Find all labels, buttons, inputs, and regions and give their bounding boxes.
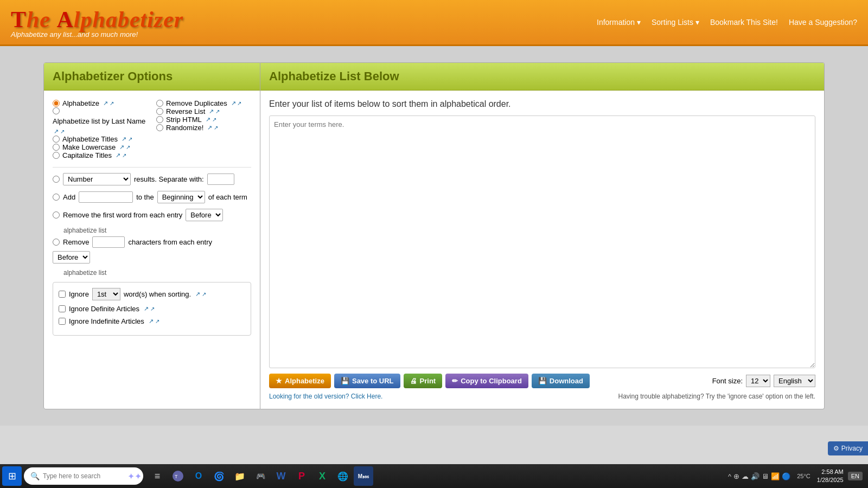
to-the-label: to the [136, 193, 154, 201]
ignore-select[interactable]: 1st 2nd 3rd [92, 288, 120, 300]
number-radio[interactable] [53, 176, 60, 183]
options-col1: Alphabetize ↗ Alphabetize list by Last N… [53, 99, 148, 159]
of-each-label: of each term [208, 193, 247, 201]
action-bar: ★ Alphabetize 💾 Save to URL 🖨 Print ✏ Co… [269, 374, 815, 388]
reverse-link[interactable]: ↗ [209, 108, 220, 115]
remove-dup-link[interactable]: ↗ [231, 100, 242, 107]
number-row: Number Letter Roman Numeral results. Sep… [53, 173, 251, 185]
add-input[interactable] [79, 191, 133, 203]
print-button[interactable]: 🖨 Print [404, 374, 443, 388]
description-text: Enter your list of items below to sort t… [269, 99, 815, 109]
font-size-area: Font size: 810121416 English Spanish Fre… [712, 375, 815, 387]
logo-title: The Alphabetizer [11, 7, 183, 33]
left-panel-body: Alphabetize ↗ Alphabetize list by Last N… [44, 91, 260, 344]
download-button[interactable]: 💾 Download [532, 374, 590, 388]
alphabetize-button[interactable]: ★ Alphabetize [269, 374, 331, 388]
footer-links: Looking for the old version? Click Here.… [269, 393, 815, 400]
option-titles[interactable]: Alphabetize Titles ↗ [53, 135, 148, 143]
left-panel-header: Alphabetizer Options [44, 63, 260, 91]
remove-first-label: Remove the first word from each entry [63, 211, 182, 219]
nav-bookmark[interactable]: Bookmark This Site! [710, 18, 778, 27]
alphabetize-label: Alphabetize [285, 377, 324, 385]
remove-chars-input[interactable] [92, 236, 125, 248]
right-panel: Alphabetize List Below Enter your list o… [260, 62, 825, 409]
ignore-link[interactable]: ↗ [195, 291, 206, 298]
logo-area: The Alphabetizer Alphabetize any list...… [11, 7, 183, 38]
ignore-section: Ignore 1st 2nd 3rd word(s) when sorting.… [53, 282, 251, 336]
right-panel-header: Alphabetize List Below [260, 63, 824, 91]
trouble-text: Having trouble alphabetizing? Try the 'i… [618, 393, 815, 400]
ignore-row: Ignore 1st 2nd 3rd word(s) when sorting.… [59, 288, 245, 300]
ignore-definite-link[interactable]: ↗ [144, 305, 155, 312]
remove-chars-row: Remove characters from each entry Before… [53, 236, 251, 264]
add-radio[interactable] [53, 194, 60, 201]
capitalize-link[interactable]: ↗ [116, 152, 126, 159]
language-select[interactable]: English Spanish French German [774, 375, 815, 387]
copy-icon: ✏ [452, 377, 458, 385]
option-randomize[interactable]: Randomize! ↗ [156, 124, 251, 132]
add-row: Add to the Beginning End of each term [53, 191, 251, 203]
ignore-indefinite-row: Ignore Indefinite Articles ↗ [59, 317, 245, 325]
old-version-link[interactable]: Looking for the old version? Click Here. [269, 393, 382, 400]
ignore-indefinite-link[interactable]: ↗ [149, 318, 159, 325]
left-panel: Alphabetizer Options Alphabetize ↗ Alpha… [43, 62, 260, 409]
option-alphabetize[interactable]: Alphabetize ↗ [53, 99, 148, 107]
randomize-link[interactable]: ↗ [207, 124, 218, 131]
remove-first-select[interactable]: Before After [186, 209, 223, 221]
nav-suggestion[interactable]: Have a Suggestion? [789, 18, 857, 27]
remove-chars-radio[interactable] [53, 239, 60, 246]
option-capitalize[interactable]: Capitalize Titles ↗ [53, 151, 148, 159]
terms-textarea[interactable] [269, 115, 815, 368]
remove-chars-label-pre: Remove [63, 238, 89, 246]
print-icon: 🖨 [410, 377, 417, 385]
option-reverse[interactable]: Reverse List ↗ [156, 107, 251, 115]
download-icon: 💾 [538, 377, 547, 385]
number-select[interactable]: Number Letter Roman Numeral [63, 173, 131, 185]
separator-input[interactable] [207, 174, 234, 185]
options-grid: Alphabetize ↗ Alphabetize list by Last N… [53, 99, 251, 159]
nav-links: Information Sorting Lists Bookmark This … [597, 18, 857, 27]
ignore-definite-row: Ignore Definite Articles ↗ [59, 305, 245, 313]
ignore-checkbox[interactable] [59, 291, 66, 298]
remove-first-indent: alphabetize list [63, 227, 251, 234]
word-sorting-label: word(s) when sorting. [124, 290, 191, 298]
print-label: Print [420, 377, 436, 385]
remove-first-radio[interactable] [53, 211, 60, 219]
download-label: Download [550, 377, 583, 385]
nav-information[interactable]: Information [597, 18, 641, 27]
save-label: Save to URL [352, 377, 394, 385]
save-icon: 💾 [341, 377, 349, 385]
option-strip-html[interactable]: Strip HTML ↗ [156, 115, 251, 124]
by-last-link[interactable]: ↗ [54, 128, 65, 135]
logo-subtitle: Alphabetize any list...and so much more! [11, 30, 183, 38]
remove-chars-label-post: characters from each entry [128, 238, 212, 246]
add-position-select[interactable]: Beginning End [157, 191, 205, 203]
option-lowercase[interactable]: Make Lowercase ↗ [53, 143, 148, 151]
font-size-label: Font size: [712, 377, 743, 385]
alphabetize-link[interactable]: ↗ [103, 100, 114, 107]
ignore-definite-checkbox[interactable] [59, 305, 66, 312]
remove-chars-indent: alphabetize list [63, 269, 251, 277]
copy-button[interactable]: ✏ Copy to Clipboard [445, 374, 528, 388]
titles-link[interactable]: ↗ [122, 136, 132, 143]
remove-chars-select[interactable]: Before After [53, 251, 90, 264]
ignore-indefinite-checkbox[interactable] [59, 318, 66, 325]
font-size-select[interactable]: 810121416 [746, 375, 770, 387]
results-label: results. Separate with: [134, 175, 204, 183]
option-by-last[interactable]: Alphabetize list by Last Name ↗ [53, 107, 148, 135]
remove-first-row: Remove the first word from each entry Be… [53, 209, 251, 221]
strip-html-link[interactable]: ↗ [206, 116, 216, 123]
lowercase-link[interactable]: ↗ [119, 144, 130, 151]
right-panel-body: Enter your list of items below to sort t… [260, 91, 824, 409]
alphabetize-icon: ★ [276, 377, 282, 385]
header: The Alphabetizer Alphabetize any list...… [0, 0, 868, 46]
option-remove-dup[interactable]: Remove Duplicates ↗ [156, 99, 251, 107]
save-url-button[interactable]: 💾 Save to URL [334, 374, 400, 388]
main-content: Alphabetizer Options Alphabetize ↗ Alpha… [0, 46, 868, 426]
add-label: Add [63, 193, 75, 201]
copy-label: Copy to Clipboard [461, 377, 522, 385]
options-col2: Remove Duplicates ↗ Reverse List ↗ Strip… [156, 99, 251, 159]
nav-sorting-lists[interactable]: Sorting Lists [652, 18, 699, 27]
